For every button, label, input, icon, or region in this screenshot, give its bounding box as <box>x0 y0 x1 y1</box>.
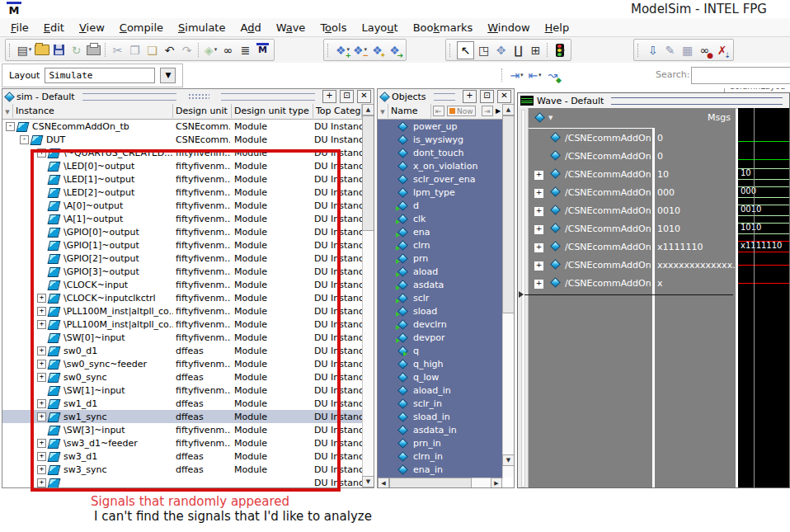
object-row[interactable]: clrn_in <box>378 450 502 463</box>
sim-tree-row[interactable]: \LED[1]~outputfiftyfivenm...ModuleDU Ins… <box>2 172 362 186</box>
sim-close-button[interactable]: ✕ <box>357 90 371 103</box>
object-row[interactable]: clrn <box>378 238 502 252</box>
goto-first-button[interactable]: ⇤ <box>433 106 444 116</box>
objects-add-button[interactable]: + <box>463 90 477 103</box>
paste-button[interactable]: ❑ <box>144 42 160 59</box>
modelsim-button[interactable]: M <box>255 42 270 59</box>
grid-button[interactable]: ▦ <box>679 42 695 59</box>
compile-button[interactable]: ◈▾ <box>203 42 219 59</box>
edit-selected-button[interactable]: ❖✦ <box>369 42 385 59</box>
goto-last-button[interactable]: ⇥ <box>482 106 493 116</box>
object-row[interactable]: sclr <box>378 291 502 304</box>
wave-expand-icon[interactable]: + <box>534 207 543 216</box>
sim-tree-row[interactable]: -DUTCSNEcomm...ModuleDU Instanc <box>2 133 362 146</box>
wave-panel-titlebar[interactable]: Wave - Default <box>518 93 789 109</box>
sim-tree-row[interactable]: +sw0_d1dffeasModuleDU Instanc <box>2 344 362 357</box>
prev-transition-button[interactable]: ⇤▾ <box>527 67 543 83</box>
insertion-transition-button[interactable]: ↝◆ <box>545 67 561 83</box>
object-row[interactable]: asdata_in <box>378 423 502 436</box>
sim-tree-row[interactable]: +sw0_syncdffeasModuleDU Instanc <box>2 370 362 384</box>
object-row[interactable]: prn_in <box>378 436 502 450</box>
wave-expand-icon[interactable]: + <box>534 225 543 234</box>
sim-panel-grip2[interactable] <box>221 93 315 101</box>
sim-tree-row[interactable]: +sw1_d1dffeasModuleDU Instanc <box>2 397 362 410</box>
redo-button[interactable]: ↷ <box>179 42 195 59</box>
menu-window[interactable]: Window <box>480 20 537 35</box>
sim-tree-row[interactable]: +DU Instanc <box>2 476 362 488</box>
object-row[interactable]: sclr_in <box>378 397 502 410</box>
objects-scroll-down-icon[interactable]: ▼ <box>502 454 515 466</box>
layout-combo[interactable]: Simulate <box>45 68 155 83</box>
select-mode-button[interactable]: ↖ <box>457 41 474 59</box>
clear-log-button[interactable]: ✗⇣ <box>714 42 730 59</box>
object-row[interactable]: sload_in <box>378 410 502 423</box>
wave-row[interactable]: +/CSNEcommAddOn_...00100010 <box>529 201 790 219</box>
expand-icon[interactable]: + <box>37 373 46 382</box>
objects-scroll-right-icon[interactable]: ▶ <box>491 478 502 488</box>
wave-row[interactable]: +/CSNEcommAddOn_...x <box>529 274 790 292</box>
reload-button[interactable]: ↻ <box>68 42 84 59</box>
sim-tree-row[interactable]: +sw3_d1dffeasModuleDU Instanc <box>2 450 362 463</box>
sim-tree-row[interactable]: +\PLL100M_inst|altpll_co...fiftyfivenm..… <box>2 318 362 331</box>
wave-signal-group-icon[interactable] <box>535 113 543 121</box>
object-row[interactable]: asdata <box>378 278 502 291</box>
expand-icon[interactable]: + <box>37 307 46 316</box>
sim-tree-row[interactable]: +\sw0_sync~feederfiftyfivenm...ModuleDU … <box>2 357 362 370</box>
edit-grid-button[interactable]: ⊞ <box>528 42 543 59</box>
object-row[interactable]: q_high <box>378 357 502 370</box>
menu-help[interactable]: Help <box>538 20 577 35</box>
object-row[interactable]: devclrn <box>378 318 502 331</box>
object-row[interactable]: devpor <box>378 331 502 344</box>
wave-expand-icon[interactable]: + <box>534 171 543 180</box>
object-row[interactable]: is_wysiwyg <box>378 133 502 146</box>
wave-row[interactable]: +/CSNEcommAddOn_...xxxxxxxxxxxxxx... <box>529 256 790 274</box>
object-row[interactable]: sclr_over_ena <box>378 172 502 186</box>
sim-tree-row[interactable]: \CLOCK~inputfiftyfivenm...ModuleDU Insta… <box>2 278 362 291</box>
find-button[interactable]: ∞ <box>220 42 236 59</box>
stop-sim-button[interactable] <box>552 42 567 59</box>
wave-cursor-line[interactable] <box>754 108 755 488</box>
sketch-button[interactable]: ✎ <box>662 42 678 59</box>
expand-icon[interactable]: + <box>37 412 46 421</box>
sim-panel-titlebar[interactable]: sim - Default + ⊡ ✕ <box>2 89 374 105</box>
wave-row[interactable]: +/CSNEcommAddOn_...10101010 <box>529 219 790 238</box>
wave-expand-icon[interactable]: + <box>534 243 543 252</box>
wave-expand-icon[interactable]: + <box>534 189 543 198</box>
wave-row[interactable]: +/CSNEcommAddOn_...x1111110x1111110 <box>529 238 790 256</box>
undo-button[interactable]: ↶ <box>162 42 177 59</box>
sim-tree-row[interactable]: \GPIO[0]~outputfiftyfivenm...ModuleDU In… <box>2 225 362 238</box>
save-button[interactable] <box>51 42 67 59</box>
expand-icon[interactable]: + <box>37 346 46 355</box>
sim-tree-row[interactable]: \SW[0]~inputfiftyfivenm...ModuleDU Insta… <box>2 331 362 344</box>
menu-file[interactable]: File <box>3 20 36 35</box>
menu-tools[interactable]: Tools <box>313 20 354 35</box>
wave-row[interactable]: /CSNEcommAddOn_...0 <box>529 129 790 147</box>
expand-icon[interactable]: + <box>37 465 46 474</box>
wave-row[interactable]: +/CSNEcommAddOn_...1010 <box>529 165 790 183</box>
objects-panel-titlebar[interactable]: Objects + ⊡ ✕ <box>378 89 514 105</box>
search-input[interactable] <box>691 67 790 84</box>
objects-panel-grip[interactable] <box>434 93 455 101</box>
sim-tree-row[interactable]: \A[1]~outputfiftyfivenm...ModuleDU Insta… <box>2 212 362 225</box>
object-row[interactable]: aload <box>378 265 502 278</box>
sim-tree-row[interactable]: \SW[3]~inputfiftyfivenm...ModuleDU Insta… <box>2 423 362 436</box>
sim-tree-row[interactable]: \GPIO[2]~outputfiftyfivenm...ModuleDU In… <box>2 252 362 265</box>
expand-icon[interactable]: + <box>37 320 46 329</box>
object-row[interactable]: ena <box>378 225 502 238</box>
wave-group-dropdown-icon[interactable]: ▼ <box>548 115 553 121</box>
object-row[interactable]: aload_in <box>378 384 502 397</box>
col-name[interactable]: Name <box>388 104 431 118</box>
object-row[interactable]: q <box>378 344 502 357</box>
objects-undock-button[interactable]: ⊡ <box>480 90 494 103</box>
object-row[interactable]: d <box>378 199 502 212</box>
wave-row[interactable]: /CSNEcommAddOn_...0 <box>529 147 790 165</box>
col-design-unit-type[interactable]: Design unit type <box>232 104 313 118</box>
new-file-button[interactable]: ▤▾ <box>16 42 32 59</box>
sim-scroll-thumb[interactable] <box>362 115 374 231</box>
sim-tree-row[interactable]: \A[0]~outputfiftyfivenm...ModuleDU Insta… <box>2 199 362 212</box>
sim-panel-grip[interactable] <box>82 93 176 101</box>
expand-mode-button[interactable]: ✥ <box>493 42 509 59</box>
objects-hscroll-thumb[interactable] <box>389 478 472 488</box>
object-row[interactable]: ena_in <box>378 463 502 476</box>
sim-tree-row[interactable]: +sw1_syncdffeasModuleDU Instanc <box>2 410 362 423</box>
